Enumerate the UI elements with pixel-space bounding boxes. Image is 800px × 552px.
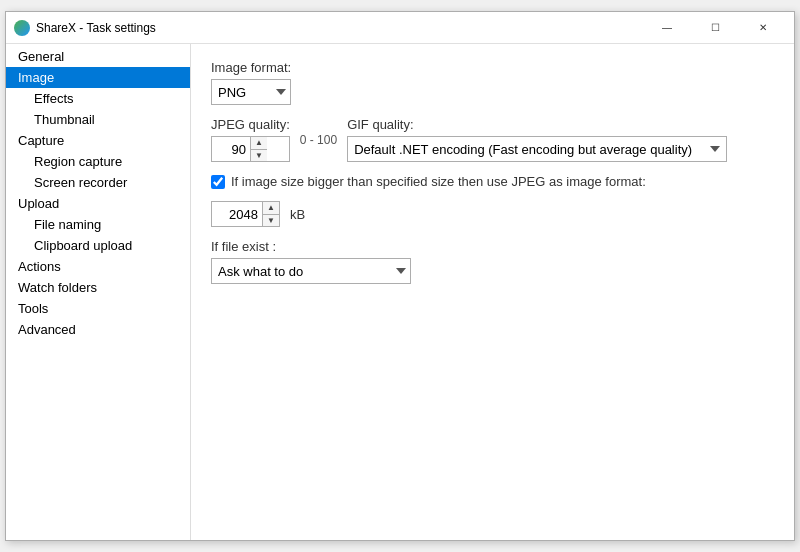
size-row: ▲ ▼ kB bbox=[211, 201, 774, 227]
jpeg-fallback-label: If image size bigger than specified size… bbox=[231, 174, 646, 189]
size-down[interactable]: ▼ bbox=[263, 214, 279, 227]
size-spinner-buttons: ▲ ▼ bbox=[262, 202, 279, 226]
jpeg-quality-up[interactable]: ▲ bbox=[251, 137, 267, 149]
sidebar: GeneralImageEffectsThumbnailCaptureRegio… bbox=[6, 44, 191, 540]
sidebar-item-upload[interactable]: Upload bbox=[6, 193, 190, 214]
window-controls: — ☐ ✕ bbox=[644, 12, 786, 44]
jpeg-quality-group: JPEG quality: ▲ ▼ bbox=[211, 117, 290, 162]
main-window: ShareX - Task settings — ☐ ✕ GeneralImag… bbox=[5, 11, 795, 541]
jpeg-fallback-group: If image size bigger than specified size… bbox=[211, 174, 774, 189]
jpeg-quality-spinner: ▲ ▼ bbox=[211, 136, 290, 162]
titlebar: ShareX - Task settings — ☐ ✕ bbox=[6, 12, 794, 44]
sidebar-item-file-naming[interactable]: File naming bbox=[6, 214, 190, 235]
sidebar-item-actions[interactable]: Actions bbox=[6, 256, 190, 277]
file-exist-select[interactable]: Ask what to doOverwriteSkipRename bbox=[211, 258, 411, 284]
size-up[interactable]: ▲ bbox=[263, 202, 279, 214]
maximize-button[interactable]: ☐ bbox=[692, 12, 738, 44]
sidebar-item-screen-recorder[interactable]: Screen recorder bbox=[6, 172, 190, 193]
app-icon bbox=[14, 20, 30, 36]
jpeg-quality-down[interactable]: ▼ bbox=[251, 149, 267, 162]
sidebar-item-effects[interactable]: Effects bbox=[6, 88, 190, 109]
sidebar-item-general[interactable]: General bbox=[6, 46, 190, 67]
minimize-button[interactable]: — bbox=[644, 12, 690, 44]
sidebar-item-clipboard-upload[interactable]: Clipboard upload bbox=[6, 235, 190, 256]
image-format-select[interactable]: PNGJPEGGIFBMPTIFF bbox=[211, 79, 291, 105]
file-exist-group: If file exist : Ask what to doOverwriteS… bbox=[211, 239, 774, 284]
gif-quality-group: GIF quality: Default .NET encoding (Fast… bbox=[347, 117, 727, 162]
sidebar-item-tools[interactable]: Tools bbox=[6, 298, 190, 319]
window-title: ShareX - Task settings bbox=[36, 21, 644, 35]
size-unit: kB bbox=[290, 207, 305, 222]
main-panel: Image format: PNGJPEGGIFBMPTIFF JPEG qua… bbox=[191, 44, 794, 540]
image-format-label: Image format: bbox=[211, 60, 774, 75]
image-format-group: Image format: PNGJPEGGIFBMPTIFF bbox=[211, 60, 774, 105]
gif-quality-select[interactable]: Default .NET encoding (Fast encoding but… bbox=[347, 136, 727, 162]
content-area: GeneralImageEffectsThumbnailCaptureRegio… bbox=[6, 44, 794, 540]
size-spinner: ▲ ▼ bbox=[211, 201, 280, 227]
sidebar-item-image[interactable]: Image bbox=[6, 67, 190, 88]
sidebar-item-thumbnail[interactable]: Thumbnail bbox=[6, 109, 190, 130]
jpeg-quality-input[interactable] bbox=[212, 137, 250, 161]
file-exist-label: If file exist : bbox=[211, 239, 774, 254]
quality-row: JPEG quality: ▲ ▼ 0 - 100 GIF quality: D… bbox=[211, 117, 774, 162]
sidebar-item-region-capture[interactable]: Region capture bbox=[6, 151, 190, 172]
jpeg-spinner-buttons: ▲ ▼ bbox=[250, 137, 267, 161]
jpeg-quality-label: JPEG quality: bbox=[211, 117, 290, 132]
jpeg-fallback-checkbox[interactable] bbox=[211, 175, 225, 189]
close-button[interactable]: ✕ bbox=[740, 12, 786, 44]
jpeg-quality-range: 0 - 100 bbox=[300, 133, 337, 147]
gif-quality-label: GIF quality: bbox=[347, 117, 727, 132]
sidebar-item-advanced[interactable]: Advanced bbox=[6, 319, 190, 340]
sidebar-item-watch-folders[interactable]: Watch folders bbox=[6, 277, 190, 298]
size-input[interactable] bbox=[212, 202, 262, 226]
sidebar-item-capture[interactable]: Capture bbox=[6, 130, 190, 151]
